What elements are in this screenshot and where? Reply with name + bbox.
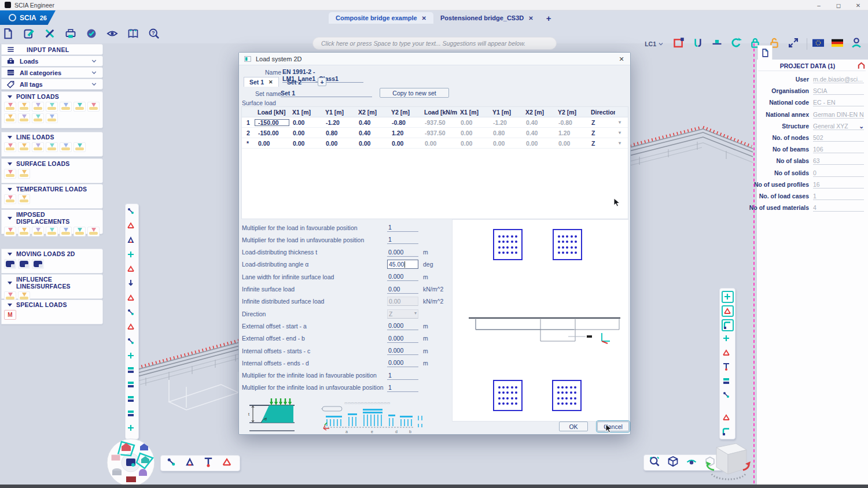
visibility-button[interactable] xyxy=(106,28,120,42)
section-header[interactable]: TEMPERATURE LOADS xyxy=(2,184,102,193)
point-loads-icon-9[interactable] xyxy=(18,113,30,123)
section-header[interactable]: POINT LOADS xyxy=(2,92,102,100)
col-header[interactable]: X2 [m] xyxy=(523,109,555,116)
project-field-value[interactable]: 16 xyxy=(813,181,864,188)
node-network-button[interactable] xyxy=(165,456,179,470)
point-loads-icon-2[interactable] xyxy=(18,102,30,112)
field-input[interactable]: 0.00 xyxy=(387,297,418,306)
flag-eu-button[interactable] xyxy=(812,37,826,51)
account-button[interactable] xyxy=(851,37,865,51)
cell[interactable]: 0.00 xyxy=(289,130,322,136)
cell[interactable]: -1.20 xyxy=(322,119,355,126)
col-header[interactable]: X1 [m] xyxy=(289,109,322,116)
line-loads-icon-5[interactable] xyxy=(60,142,72,152)
flag-de-button[interactable] xyxy=(832,37,845,51)
cell[interactable]: 0.40 xyxy=(523,130,555,136)
selection-box-button[interactable] xyxy=(673,37,687,51)
text-box-button[interactable] xyxy=(126,380,138,392)
document-tab-1[interactable]: Postensioned bridge_CS3D✕ xyxy=(433,12,540,24)
field-input[interactable]: 1 xyxy=(387,223,418,232)
col-header[interactable]: X2 [m] xyxy=(355,109,388,116)
dots-grid-button[interactable] xyxy=(722,390,734,402)
copy-to-new-set-button[interactable]: Copy to new set xyxy=(380,88,449,98)
cell[interactable]: 0.40 xyxy=(355,119,388,126)
cell[interactable]: 0.00 xyxy=(322,140,355,147)
command-search-input[interactable]: Click here or press Space to type your t… xyxy=(312,37,557,50)
cell[interactable]: 0.00 xyxy=(555,140,588,147)
surface-loads-icon-2[interactable] xyxy=(18,169,30,179)
field-input[interactable]: 0.000 xyxy=(387,358,418,367)
set-name-input[interactable]: Set 1 xyxy=(281,90,372,97)
moving-load-icon-3[interactable] xyxy=(32,259,44,269)
cell[interactable]: 0.00 xyxy=(457,130,490,136)
imposed-displacements-icon-2[interactable] xyxy=(18,227,30,236)
field-input[interactable]: 0.000 xyxy=(387,272,418,281)
temperature-loads-icon-1[interactable] xyxy=(4,194,16,204)
imposed-displacements-icon-7[interactable] xyxy=(87,227,100,236)
close-button[interactable]: ✕ xyxy=(848,0,868,10)
project-field-value[interactable]: SCIA xyxy=(813,87,864,95)
special-load-icon-1[interactable]: M xyxy=(4,310,16,320)
render-eye-button[interactable] xyxy=(722,427,734,439)
home-icon[interactable] xyxy=(857,61,866,70)
move-vertical-button[interactable] xyxy=(722,334,734,346)
tools-button[interactable] xyxy=(44,28,58,42)
section-header[interactable]: SURFACE LOADS xyxy=(2,159,102,167)
cell[interactable]: 0.40 xyxy=(523,119,555,126)
filter-all-tags[interactable]: All tags xyxy=(1,79,103,90)
cell[interactable]: Z xyxy=(588,140,615,147)
project-field-value[interactable]: 0 xyxy=(813,169,864,177)
mass-level-button[interactable] xyxy=(711,37,725,51)
cell[interactable]: 0.00 xyxy=(490,140,523,147)
col-header[interactable]: Load [kN] xyxy=(255,109,289,116)
temperature-loads-icon-2[interactable] xyxy=(18,194,30,204)
project-field-value[interactable]: 502 xyxy=(813,134,864,142)
line-loads-icon-2[interactable] xyxy=(18,142,30,152)
col-header[interactable]: Y1 [m] xyxy=(490,109,523,116)
direction-dropdown-icon[interactable]: ▾ xyxy=(615,141,624,146)
cell[interactable]: -937.50 xyxy=(421,119,457,126)
cell[interactable]: 0.00 xyxy=(421,140,457,147)
col-header[interactable]: Direction xyxy=(588,109,615,116)
hinge-support-button[interactable] xyxy=(126,337,138,349)
check-select-button[interactable] xyxy=(126,394,138,406)
combinations-button[interactable] xyxy=(692,37,706,51)
point-loads-icon-11[interactable] xyxy=(46,113,58,123)
render-view-button[interactable] xyxy=(686,456,700,469)
portal-frame-button[interactable] xyxy=(126,293,138,305)
view-wheel-menu[interactable] xyxy=(104,437,157,488)
point-loads-icon-8[interactable] xyxy=(4,113,16,123)
cell[interactable]: 0.40 xyxy=(355,130,388,136)
cell[interactable]: -0.80 xyxy=(555,119,588,126)
field-input[interactable]: Z▾ xyxy=(387,309,418,319)
cell[interactable]: 0.00 xyxy=(457,140,490,147)
line-loads-icon-1[interactable] xyxy=(4,142,16,152)
section-header[interactable]: LINE LOADS xyxy=(2,132,102,141)
imposed-displacements-icon-1[interactable] xyxy=(4,227,16,236)
col-header[interactable]: Y1 [m] xyxy=(322,109,355,116)
imposed-displacements-icon-4[interactable] xyxy=(46,227,58,236)
dialog-close-icon[interactable]: ✕ xyxy=(616,54,627,64)
point-loads-icon-4[interactable] xyxy=(46,102,58,112)
cell[interactable]: 1.20 xyxy=(555,130,588,136)
point-loads-icon-10[interactable] xyxy=(32,113,44,123)
beam-member-button[interactable] xyxy=(126,221,138,233)
point-loads-icon-1[interactable] xyxy=(4,102,16,112)
point-loads-icon-7[interactable] xyxy=(87,102,100,112)
loads-tree-button[interactable] xyxy=(722,319,734,331)
cell[interactable]: -150.00 xyxy=(255,119,289,126)
moving-load-icon-2[interactable] xyxy=(18,259,30,269)
cell[interactable]: -1.20 xyxy=(490,119,523,126)
imposed-displacements-icon-5[interactable] xyxy=(60,227,72,236)
node-point-button[interactable] xyxy=(126,206,138,219)
help-search-button[interactable]: ? xyxy=(148,28,162,42)
project-field-value[interactable]: General XYZ⌄ xyxy=(813,123,864,130)
cell[interactable]: 0.80 xyxy=(490,130,523,136)
member-pair-red-button[interactable] xyxy=(203,456,216,470)
project-field-value[interactable]: German DIN-EN NA xyxy=(813,111,864,119)
cell[interactable]: 1.20 xyxy=(388,130,421,136)
col-header[interactable]: X1 [m] xyxy=(457,109,490,116)
field-input[interactable]: 1 xyxy=(387,371,418,380)
rib-member-button[interactable] xyxy=(126,264,138,276)
member-group-button[interactable] xyxy=(221,456,235,470)
